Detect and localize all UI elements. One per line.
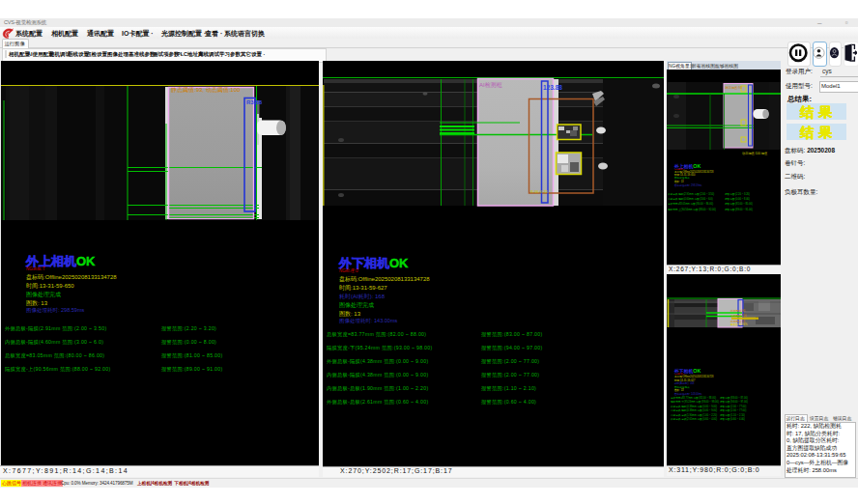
svg-text:R3.88: R3.88 [246,99,263,105]
svg-text:报警范围:(2.00 ~ 77.00): 报警范围:(2.00 ~ 77.00) [481,358,539,365]
svg-text:报警范围:(2.00 ~ 77.00): 报警范围:(2.00 ~ 77.00) [720,408,746,412]
svg-text:内侧总极-总极(1.90mm 范围:(1.00 ~ 2.20: 内侧总极-总极(1.90mm 范围:(1.00 ~ 2.20) [671,413,717,417]
svg-text:报警范围:(89.00 ~ 91.00): 报警范围:(89.00 ~ 91.00) [161,366,223,373]
svg-text:外侧总极-总极(2.61mm 范围:(0.60 ~ 4.00: 外侧总极-总极(2.61mm 范围:(0.60 ~ 4.00) [327,399,428,406]
svg-text:内侧总极-隔膜(4.60mm 范围:(3.00 ~ 6.0): 内侧总极-隔膜(4.60mm 范围:(3.00 ~ 6.0) [5,339,103,346]
svg-text:总极宽度=83.77mm 范围:(82.00 ~ 88.00: 总极宽度=83.77mm 范围:(82.00 ~ 88.00) [326,331,426,338]
svg-text:外侧总极-总极(2.61mm 范围:(0.60 ~ 4.00: 外侧总极-总极(2.61mm 范围:(0.60 ~ 4.00) [671,417,717,421]
svg-text:时间:13-31-59-650: 时间:13-31-59-650 [26,283,74,290]
svg-text:报警范围:(94.00 ~ 97.00): 报警范围:(94.00 ~ 97.00) [720,400,748,404]
svg-text:时间:13-31-59-627: 时间:13-31-59-627 [674,378,696,382]
svg-text:总极宽度=83.77mm 范围:(82.00 ~ 88.00: 总极宽度=83.77mm 范围:(82.00 ~ 88.00) [670,396,716,400]
svg-text:盘标码:Offline20250208133134728: 盘标码:Offline20250208133134728 [339,275,430,283]
svg-text:图像处理耗时: 143.00ms: 图像处理耗时: 143.00ms [339,318,397,324]
svg-text:内侧总极-隔膜(4.60mm 范围:(3.00 ~ 6.0): 内侧总极-隔膜(4.60mm 范围:(3.00 ~ 6.0) [668,197,713,201]
svg-text:隔膜宽度-下(95.24mm 范围:(93.00 ~ 98.: 隔膜宽度-下(95.24mm 范围:(93.00 ~ 98.00) [327,345,433,351]
svg-text:报警范围:(83.00 ~ 87.00): 报警范围:(83.00 ~ 87.00) [481,331,543,338]
svg-text:内侧总极-总极(1.90mm 范围:(1.00 ~ 2.20: 内侧总极-总极(1.90mm 范围:(1.00 ~ 2.20) [327,385,428,392]
svg-text:耗时(AI耗时): 168: 耗时(AI耗时): 168 [674,381,695,385]
svg-text:报警范围:(89.00 ~ 91.00): 报警范围:(89.00 ~ 91.00) [725,208,753,211]
svg-text:报警范围:(2.20 ~ 3.20): 报警范围:(2.20 ~ 3.20) [161,325,216,332]
svg-text:外侧总极-隔膜(4.38mm 范围:(0.00 ~ 9.00: 外侧总极-隔膜(4.38mm 范围:(0.00 ~ 9.00) [327,358,428,365]
svg-text:图数: 13: 图数: 13 [674,388,684,392]
svg-text:内侧总极-隔膜(4.38mm 范围:(0.00 ~ 9.00: 内侧总极-隔膜(4.38mm 范围:(0.00 ~ 9.00) [671,408,717,412]
svg-text:报警范围:(1.10 ~ 2.10): 报警范围:(1.10 ~ 2.10) [481,385,536,392]
svg-text:NG处理:0: NG处理:0 [339,267,358,273]
svg-text:报警范围:(2.00 ~ 77.00): 报警范围:(2.00 ~ 77.00) [481,372,539,378]
svg-text:外侧总极-隔膜(4.38mm 范围:(0.00 ~ 9.00: 外侧总极-隔膜(4.38mm 范围:(0.00 ~ 9.00) [671,405,717,408]
svg-text:报警范围:(94.00 ~ 97.00): 报警范围:(94.00 ~ 97.00) [481,345,543,351]
svg-text:盘标码:Offline20250208133134728: 盘标码:Offline20250208133134728 [26,273,117,281]
svg-text:图像处理耗时: 298.59ms: 图像处理耗时: 298.59ms [26,307,84,314]
svg-text:外侧总极-隔膜(2.91mm 范围:(2.00 ~ 3.50: 外侧总极-隔膜(2.91mm 范围:(2.00 ~ 3.50) [5,325,106,332]
svg-text:图像处理完成: 图像处理完成 [339,301,374,309]
svg-text:静态阈值:93: 静态阈值:93 [726,86,742,90]
svg-text:盘标码:Offline20250208133134728: 盘标码:Offline20250208133134728 [674,375,714,378]
svg-text:内侧总极-隔膜(4.38mm 范围:(0.00 ~ 9.00: 内侧总极-隔膜(4.38mm 范围:(0.00 ~ 9.00) [327,372,428,378]
svg-text:报警范围:(0.00 ~ 8.00): 报警范围:(0.00 ~ 8.00) [161,339,216,346]
svg-text:图像处理完成: 图像处理完成 [26,291,61,298]
svg-text:图像处理耗时: 143.00ms: 图像处理耗时: 143.00ms [674,392,702,396]
svg-text:时间:13-31-59-627: 时间:13-31-59-627 [339,285,387,292]
svg-text:报警范围:(0.60 ~ 4.00): 报警范围:(0.60 ~ 4.00) [720,417,745,421]
svg-text:图数: 13: 图数: 13 [674,180,684,183]
svg-text:动态阈值:100 阈值: 动态阈值:100 阈值 [742,152,768,155]
svg-text:隔膜宽度-上(90.56mm 范围:(88.00 ~ 92.: 隔膜宽度-上(90.56mm 范围:(88.00 ~ 92.00) [668,208,716,211]
svg-text:静态阈值:93, 动态阈值:100: 静态阈值:93, 动态阈值:100 [171,86,241,94]
svg-text:NG光批:T: NG光批:T [26,266,45,271]
svg-text:隔膜宽度-上(90.56mm 范围:(88.00 ~ 92.: 隔膜宽度-上(90.56mm 范围:(88.00 ~ 92.00) [5,366,111,373]
svg-text:报警范围:(2.00 ~ 77.00): 报警范围:(2.00 ~ 77.00) [720,405,746,408]
svg-text:图像处理完成: 图像处理完成 [674,385,690,389]
svg-text:图像处理耗时: 298.59ms: 图像处理耗时: 298.59ms [674,183,702,187]
svg-text:报警范围:(0.60 ~ 4.00): 报警范围:(0.60 ~ 4.00) [481,399,536,406]
svg-text:AI检测框: AI检测框 [479,81,502,88]
svg-text:外侧总极-隔膜(2.91mm 范围:(2.00 ~ 3.50: 外侧总极-隔膜(2.91mm 范围:(2.00 ~ 3.50) [668,192,714,196]
svg-text:静态阈值:93: 静态阈值:93 [730,309,746,313]
svg-text:动态阈值:100: 动态阈值:100 [730,314,747,318]
svg-text:报警范围:(2.20 ~ 3.20): 报警范围:(2.20 ~ 3.20) [725,192,750,196]
svg-text:123.88: 123.88 [543,84,562,91]
svg-text:报警范围:(81.00 ~ 85.00): 报警范围:(81.00 ~ 85.00) [725,202,753,206]
svg-text:报警范围:(0.00 ~ 8.00): 报警范围:(0.00 ~ 8.00) [725,197,750,201]
svg-text:时间:13-31-59-650: 时间:13-31-59-650 [674,173,696,177]
svg-text:报警范围:(1.10 ~ 2.10): 报警范围:(1.10 ~ 2.10) [720,413,745,417]
svg-text:图数: 13: 图数: 13 [339,311,361,318]
svg-text:总极宽度=83.05mm 范围:(80.00 ~ 86.00: 总极宽度=83.05mm 范围:(80.00 ~ 86.00) [4,352,104,359]
svg-text:隔膜宽度-下(95.24mm 范围:(93.00 ~ 98.: 隔膜宽度-下(95.24mm 范围:(93.00 ~ 98.00) [671,400,719,404]
svg-text:报警范围:(81.00 ~ 85.00): 报警范围:(81.00 ~ 85.00) [161,352,223,359]
svg-text:叠图区域:86%: 叠图区域:86% [730,322,748,326]
svg-text:耗时(AI耗时): 168: 耗时(AI耗时): 168 [339,294,386,300]
svg-text:报警范围:(83.00 ~ 87.00): 报警范围:(83.00 ~ 87.00) [720,396,748,400]
svg-text:图像处理完成: 图像处理完成 [674,176,690,180]
svg-text:R:36 G:35: R:36 G:35 [530,189,549,194]
svg-text:图数: 13: 图数: 13 [26,300,48,307]
svg-text:总极宽度=83.05mm 范围:(80.00 ~ 86.00: 总极宽度=83.05mm 范围:(80.00 ~ 86.00) [667,202,713,206]
